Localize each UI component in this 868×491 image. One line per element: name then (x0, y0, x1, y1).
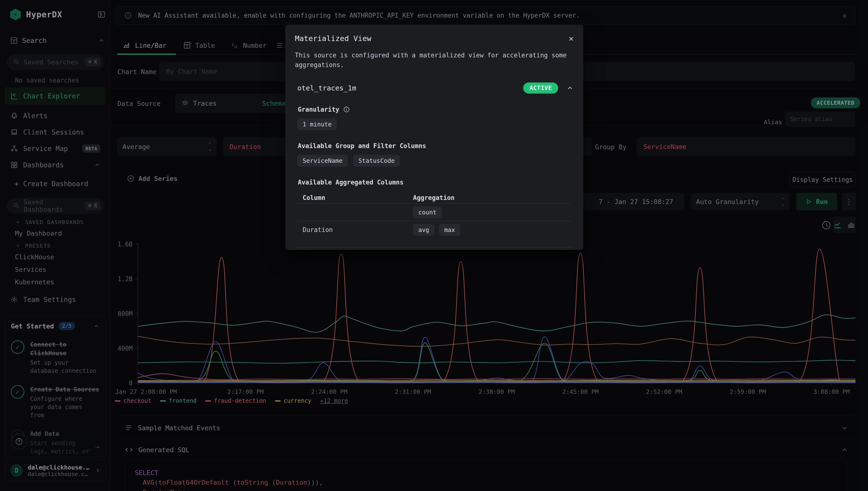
aggregation-header: Aggregation (413, 194, 454, 201)
modal-description: This source is configured with a materia… (295, 50, 574, 70)
column-header: Column (297, 194, 413, 201)
materialized-view-modal: Materialized View ✕ This source is confi… (285, 25, 583, 250)
granularity-chip: 1 minute (297, 118, 337, 130)
column-cell: Duration (297, 226, 413, 233)
modal-title: Materialized View (295, 34, 569, 43)
active-status-badge: ACTIVE (523, 83, 558, 93)
aggregation-chip: count (413, 206, 442, 218)
group-filter-chip: StatusCode (353, 155, 400, 167)
aggregated-columns-table: Column Aggregation count Duration avg ma… (295, 192, 574, 238)
table-row: Duration avg max (297, 221, 571, 238)
table-row: count (297, 204, 571, 221)
group-filter-chip: ServiceName (297, 155, 348, 167)
aggregated-columns-label: Available Aggregated Columns (298, 179, 403, 186)
modal-close-icon[interactable]: ✕ (569, 33, 574, 43)
granularity-label: Granularity (298, 106, 339, 113)
aggregation-chip: avg (413, 224, 435, 236)
group-filter-chips: ServiceNameStatusCode (295, 155, 574, 167)
aggregation-chip: max (439, 224, 460, 236)
modal-bottom-divider (295, 247, 574, 248)
view-name: otel_traces_1m (297, 84, 523, 92)
info-icon (343, 106, 350, 113)
group-filter-columns-label: Available Group and Filter Columns (298, 142, 426, 149)
chevron-up-icon[interactable] (566, 84, 574, 92)
